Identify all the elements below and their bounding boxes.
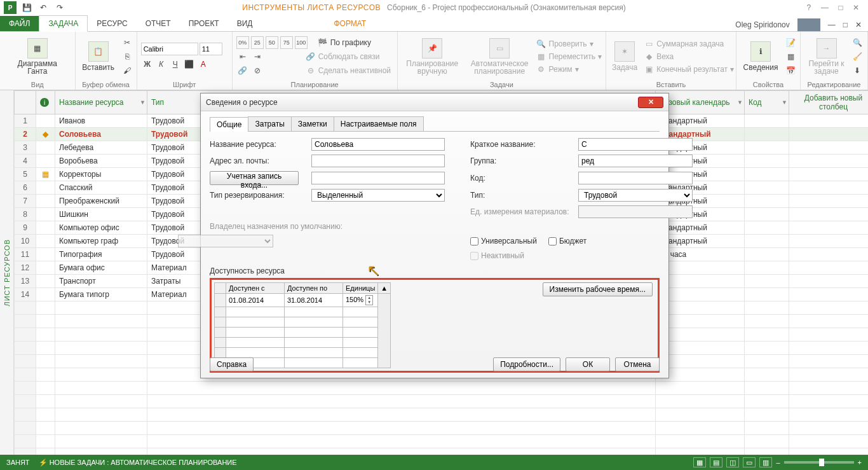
dropdown-icon[interactable]: ▼ xyxy=(782,99,787,106)
unlink-tasks-icon[interactable]: ⊘ xyxy=(251,64,264,77)
check-button[interactable]: 🔍Проверить ▾ xyxy=(536,38,602,50)
fill-color-icon[interactable]: ⬛ xyxy=(183,58,196,71)
row-number[interactable]: 3 xyxy=(15,141,36,155)
cell-addcol[interactable] xyxy=(789,275,869,288)
row-number[interactable]: 1 xyxy=(15,114,36,128)
pct50-icon[interactable]: 50 xyxy=(266,36,278,49)
tab-resource[interactable]: РЕСУРС xyxy=(88,16,136,31)
help-button[interactable]: Справка xyxy=(210,357,254,371)
cell-addcol[interactable] xyxy=(789,128,869,141)
row-number[interactable]: 4 xyxy=(15,155,36,168)
copy-icon[interactable]: ⎘ xyxy=(121,50,133,63)
cell-code[interactable] xyxy=(745,128,789,141)
app-icon[interactable]: P xyxy=(4,1,17,14)
change-time-button[interactable]: Изменить рабочее время... xyxy=(543,282,653,296)
user-name[interactable]: Oleg Spiridonov xyxy=(735,20,789,29)
cell-name[interactable]: Бумага типогр xyxy=(55,288,147,301)
user-avatar[interactable] xyxy=(797,18,820,31)
cell-addcol[interactable] xyxy=(789,181,869,195)
select-type[interactable]: Трудовой xyxy=(578,189,693,202)
auto-plan-button[interactable]: ▭Автоматическое планирование xyxy=(466,37,534,76)
view-calendar-icon[interactable]: ▭ xyxy=(743,457,756,467)
ok-button[interactable]: ОК xyxy=(566,357,610,371)
cell-addcol[interactable] xyxy=(789,221,869,235)
milestone-button[interactable]: ◆Веха xyxy=(644,51,734,62)
table-row-empty[interactable] xyxy=(15,435,869,448)
gantt-button[interactable]: ▦ Диаграмма Ганта xyxy=(4,37,71,76)
tab-file[interactable]: ФАЙЛ xyxy=(0,16,39,31)
input-code[interactable] xyxy=(578,172,693,184)
cell-code[interactable] xyxy=(745,275,789,288)
cell-name[interactable]: Иванов xyxy=(55,114,147,128)
tab-notes[interactable]: Заметки xyxy=(291,116,334,131)
tab-task[interactable]: ЗАДАЧА xyxy=(39,15,88,32)
table-row-empty[interactable] xyxy=(15,382,869,395)
summary-button[interactable]: ▭Суммарная задача xyxy=(644,38,734,50)
row-number[interactable]: 13 xyxy=(15,275,36,288)
cell-addcol[interactable] xyxy=(789,141,869,155)
row-number[interactable]: 12 xyxy=(15,261,36,275)
avail-col-from[interactable]: Доступен с xyxy=(226,283,285,294)
manual-plan-button[interactable]: 📌Планирование вручную xyxy=(402,37,463,76)
tab-view[interactable]: ВИД xyxy=(228,16,262,31)
zoom-slider[interactable] xyxy=(784,461,854,464)
avail-units[interactable]: 150% ▲▼ xyxy=(343,294,378,307)
underline-icon[interactable]: Ч xyxy=(169,58,182,71)
tab-general[interactable]: Общие xyxy=(210,117,248,132)
units-spinner[interactable]: ▲▼ xyxy=(365,295,373,305)
ribbon-minimize-icon[interactable]: — xyxy=(828,20,836,29)
header-indicator[interactable]: i xyxy=(36,91,55,114)
ribbon-close-icon[interactable]: ✕ xyxy=(855,20,862,29)
cell-name[interactable]: Типография xyxy=(55,248,147,261)
zoom-out-icon[interactable]: – xyxy=(776,459,780,466)
info-button[interactable]: ℹСведения xyxy=(740,40,782,73)
move-button[interactable]: ▦Переместить ▾ xyxy=(536,51,602,62)
cancel-button[interactable]: Отмена xyxy=(615,357,660,371)
outdent-icon[interactable]: ⇤ xyxy=(236,50,249,63)
avail-col-to[interactable]: Доступен по xyxy=(285,283,343,294)
timeline-icon[interactable]: 📅 xyxy=(784,64,797,77)
zoom-in-icon[interactable]: + xyxy=(858,459,862,466)
pct25-icon[interactable]: 25 xyxy=(251,36,264,49)
availability-table[interactable]: Доступен с Доступен по Единицы ▲ 01.08.2… xyxy=(214,282,391,368)
avail-col-units[interactable]: Единицы xyxy=(343,283,378,294)
cell-code[interactable] xyxy=(745,155,789,168)
cell-code[interactable] xyxy=(745,248,789,261)
chk-budget[interactable]: Бюджет xyxy=(548,237,587,245)
goto-task-button[interactable]: →Перейти к задаче xyxy=(804,37,848,76)
tab-report[interactable]: ОТЧЕТ xyxy=(137,16,180,31)
minimize-icon[interactable]: — xyxy=(817,3,832,12)
respect-links-button[interactable]: 🔗Соблюдать связи xyxy=(306,51,380,62)
row-number[interactable]: 11 xyxy=(15,248,36,261)
cell-name[interactable]: Воробьева xyxy=(55,155,147,168)
cell-addcol[interactable] xyxy=(789,155,869,168)
cell-addcol[interactable] xyxy=(789,248,869,261)
table-row-empty[interactable] xyxy=(15,422,869,435)
help-icon[interactable]: ? xyxy=(806,3,811,12)
format-painter-icon[interactable]: 🖌 xyxy=(121,64,133,77)
details-icon[interactable]: ▦ xyxy=(784,50,797,63)
cell-addcol[interactable] xyxy=(789,114,869,128)
make-inactive-button[interactable]: ⊖Сделать неактивной xyxy=(306,65,391,76)
deliverable-button[interactable]: ▣Конечный результат ▾ xyxy=(644,64,734,75)
link-tasks-icon[interactable]: 🔗 xyxy=(236,64,249,77)
avail-row-empty[interactable] xyxy=(215,307,391,317)
cell-code[interactable] xyxy=(745,261,789,275)
italic-icon[interactable]: К xyxy=(155,58,168,71)
ribbon-restore-icon[interactable]: □ xyxy=(843,20,848,29)
input-short[interactable] xyxy=(578,138,693,151)
header-addcol[interactable]: Добавить новый столбец xyxy=(789,91,869,114)
input-email[interactable] xyxy=(311,155,445,167)
dropdown-icon[interactable]: ▼ xyxy=(140,99,146,106)
tab-project[interactable]: ПРОЕКТ xyxy=(180,16,228,31)
row-number[interactable]: 5 xyxy=(15,168,36,181)
dialog-titlebar[interactable]: Сведения о ресурсе ✕ xyxy=(201,93,668,111)
cell-code[interactable] xyxy=(745,288,789,301)
cell-name[interactable]: Бумага офис xyxy=(55,261,147,275)
dropdown-icon[interactable]: ▼ xyxy=(737,99,743,106)
cell-name[interactable]: Корректоры xyxy=(55,168,147,181)
close-icon[interactable]: ✕ xyxy=(849,3,863,12)
avail-row-empty[interactable] xyxy=(215,338,391,348)
avail-row[interactable]: 01.08.2014 31.08.2014 150% ▲▼ xyxy=(215,294,391,307)
view-sheet-icon[interactable]: ▥ xyxy=(759,457,772,467)
